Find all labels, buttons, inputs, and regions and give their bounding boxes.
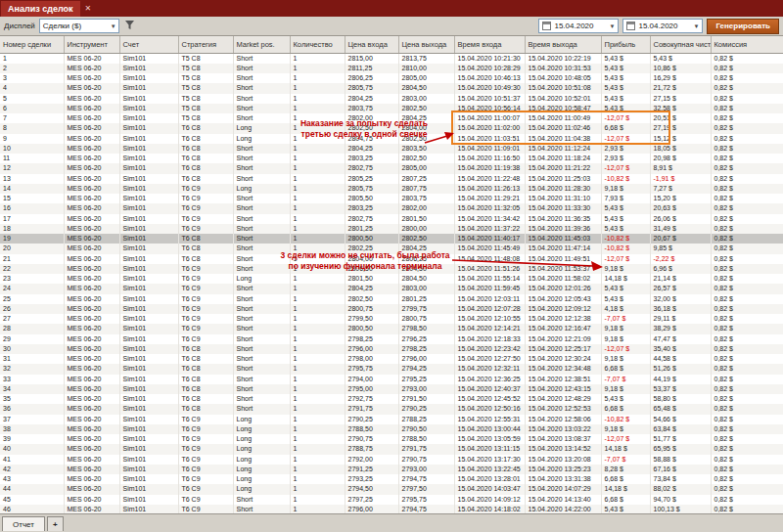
date-from-picker[interactable]: 15.04.2020 ▼ xyxy=(538,19,619,33)
table-row[interactable]: 45MES 06-20Sim101T6 C9Short12797,252795,… xyxy=(0,495,783,505)
table-row[interactable]: 16MES 06-20Sim101T6 C9Short12803,252802,… xyxy=(0,203,783,213)
cell: Short xyxy=(233,203,290,213)
table-row[interactable]: 10MES 06-20Sim101T6 C8Short12804,252803,… xyxy=(0,144,783,154)
cell: 15.04.2020 10:52:01 xyxy=(525,94,601,104)
column-header[interactable]: Стратегия xyxy=(178,36,233,53)
column-header[interactable]: Цена выхода xyxy=(398,36,454,53)
column-header[interactable]: Время входа xyxy=(454,36,525,53)
cell: 15.04.2020 11:18:24 xyxy=(525,154,601,163)
table-row[interactable]: 44MES 06-20Sim101T6 C9Long12794,502797,5… xyxy=(0,484,783,494)
table-row[interactable]: 38MES 06-20Sim101T6 C9Long12788,502790,5… xyxy=(0,424,783,434)
cell: 6,68 $ xyxy=(601,404,650,414)
table-row[interactable]: 33MES 06-20Sim101T6 C8Short12794,002795,… xyxy=(0,375,783,384)
cell: 15.04.2020 11:02:46 xyxy=(525,123,601,133)
table-row[interactable]: 13MES 06-20Sim101T6 C8Short12805,252807,… xyxy=(0,174,783,184)
table-row[interactable]: 41MES 06-20Sim101T6 C9Long12792,002790,7… xyxy=(0,455,783,465)
table-row[interactable]: 8MES 06-20Sim101T6 C8Long12802,502804,00… xyxy=(0,123,783,133)
table-row[interactable]: 28MES 06-20Sim101T6 C9Short12800,502798,… xyxy=(0,324,783,333)
cell: 11 xyxy=(0,154,64,163)
close-icon[interactable]: ✕ xyxy=(80,0,97,17)
cell: -2,22 $ xyxy=(650,254,711,264)
column-header[interactable]: Market pos. xyxy=(233,36,290,53)
table-row[interactable]: 30MES 06-20Sim101T6 C8Short12796,002798,… xyxy=(0,344,783,354)
table-row[interactable]: 14MES 06-20Sim101T6 C9Long12805,752807,7… xyxy=(0,184,783,194)
column-header[interactable]: Совокупная чист... xyxy=(650,36,711,53)
table-row[interactable]: 37MES 06-20Sim101T6 C9Long12790,252788,2… xyxy=(0,415,783,424)
cell: 32,00 $ xyxy=(650,294,711,304)
table-row[interactable]: 46MES 06-20Sim101T6 C9Short12796,002794,… xyxy=(0,505,783,513)
table-row[interactable]: 17MES 06-20Sim101T6 C9Short12802,752801,… xyxy=(0,214,783,224)
table-row[interactable]: 4MES 06-20Sim101T5 C8Short12805,752804,5… xyxy=(0,83,783,93)
cell: 0,82 $ xyxy=(711,444,783,454)
date-to-picker[interactable]: 15.04.2020 ▼ xyxy=(622,19,703,33)
table-row[interactable]: 5MES 06-20Sim101T5 C8Short12804,252803,0… xyxy=(0,94,783,104)
table-row[interactable]: 25MES 06-20Sim101T6 C9Short12802,502801,… xyxy=(0,294,783,304)
table-row[interactable]: 34MES 06-20Sim101T6 C8Short12795,002793,… xyxy=(0,384,783,394)
cell: Sim101 xyxy=(119,434,178,444)
table-row[interactable]: 12MES 06-20Sim101T6 C8Short12802,752805,… xyxy=(0,163,783,173)
table-row[interactable]: 22MES 06-20Sim101T6 C9Short12806,502804,… xyxy=(0,264,783,274)
cell: 0,82 $ xyxy=(711,274,783,284)
table-row[interactable]: 40MES 06-20Sim101T6 C9Long12788,752791,7… xyxy=(0,444,783,454)
table-row[interactable]: 26MES 06-20Sim101T6 C9Short12800,752799,… xyxy=(0,304,783,314)
column-header[interactable]: Счет xyxy=(119,36,178,53)
cell: 29,11 $ xyxy=(650,314,711,324)
cell: 9,18 $ xyxy=(601,264,650,274)
column-header[interactable]: Прибыль xyxy=(601,36,650,53)
generate-button[interactable]: Генерировать xyxy=(707,19,779,34)
column-header[interactable]: Инструмент xyxy=(64,36,119,53)
cell: Sim101 xyxy=(119,264,178,274)
column-header[interactable]: Цена входа xyxy=(345,36,398,53)
table-row[interactable]: 6MES 06-20Sim101T5 C8Short12803,752802,5… xyxy=(0,104,783,113)
table-row[interactable]: 27MES 06-20Sim101T6 C9Short12799,502800,… xyxy=(0,314,783,324)
window-tab[interactable]: Анализ сделок xyxy=(1,1,80,17)
cell: 2802,00 xyxy=(398,203,454,213)
table-row[interactable]: 15MES 06-20Sim101T6 C9Short12805,502803,… xyxy=(0,194,783,203)
table-row[interactable]: 2MES 06-20Sim101T5 C8Short12811,252810,0… xyxy=(0,64,783,73)
table-row[interactable]: 20MES 06-20Sim101T6 C8Short12802,252804,… xyxy=(0,244,783,253)
table-row[interactable]: 31MES 06-20Sim101T6 C8Short12798,002796,… xyxy=(0,354,783,364)
table-row[interactable]: 3MES 06-20Sim101T5 C8Short12806,252805,0… xyxy=(0,73,783,83)
table-row[interactable]: 7MES 06-20Sim101T5 C8Short12802,002804,2… xyxy=(0,113,783,123)
cell: 0,82 $ xyxy=(711,484,783,494)
cell: 15.04.2020 12:10:55 xyxy=(454,314,525,324)
cell: 5,43 $ xyxy=(601,73,650,83)
table-row[interactable]: 11MES 06-20Sim101T6 C8Short12803,252802,… xyxy=(0,154,783,163)
column-header[interactable]: Количество xyxy=(290,36,345,53)
table-row[interactable]: 18MES 06-20Sim101T6 C9Short12801,252800,… xyxy=(0,224,783,234)
cell: 15.04.2020 12:38:51 xyxy=(525,375,601,384)
filter-icon[interactable] xyxy=(125,21,134,31)
table-row[interactable]: 43MES 06-20Sim101T6 C9Long12793,252794,7… xyxy=(0,474,783,484)
column-header[interactable]: Номер сделки xyxy=(0,36,64,53)
table-row[interactable]: 23MES 06-20Sim101T6 C9Long12801,502804,5… xyxy=(0,274,783,284)
cell: T6 C8 xyxy=(178,234,233,244)
cell: 2,93 $ xyxy=(601,144,650,154)
cell: 20,67 $ xyxy=(650,234,711,244)
table-row[interactable]: 36MES 06-20Sim101T6 C8Short12791,752790,… xyxy=(0,404,783,414)
table-row[interactable]: 39MES 06-20Sim101T6 C9Long12790,752788,5… xyxy=(0,434,783,444)
tab-report[interactable]: Отчет xyxy=(2,516,45,531)
table-row[interactable]: 32MES 06-20Sim101T6 C8Short12795,752794,… xyxy=(0,364,783,374)
cell: Short xyxy=(233,324,290,333)
cell: Long xyxy=(233,123,290,133)
table-row[interactable]: 21MES 06-20Sim101T6 C8Short12804,002806,… xyxy=(0,254,783,264)
table-row[interactable]: 19MES 06-20Sim101T6 C8Short12800,502802,… xyxy=(0,234,783,244)
cell: 6,68 $ xyxy=(601,474,650,484)
display-select[interactable]: Сделки ($) ▼ xyxy=(39,19,119,33)
cell: 5 xyxy=(0,94,64,104)
cell: MES 06-20 xyxy=(64,304,119,314)
cell: 0,82 $ xyxy=(711,304,783,314)
table-row[interactable]: 1MES 06-20Sim101T5 C8Short12815,002813,7… xyxy=(0,53,783,64)
table-row[interactable]: 35MES 06-20Sim101T6 C8Short12792,752791,… xyxy=(0,394,783,404)
column-header[interactable]: Комиссия xyxy=(711,36,783,53)
cell: T6 C8 xyxy=(178,375,233,384)
table-row[interactable]: 24MES 06-20Sim101T6 C9Short12804,252803,… xyxy=(0,284,783,293)
chevron-down-icon: ▼ xyxy=(694,23,700,29)
cell: 2791,75 xyxy=(398,444,454,454)
table-row[interactable]: 42MES 06-20Sim101T6 C9Long12791,252793,0… xyxy=(0,465,783,474)
table-row[interactable]: 9MES 06-20Sim101T6 C8Long12804,752802,50… xyxy=(0,134,783,144)
column-header[interactable]: Время выхода xyxy=(525,36,601,53)
table-row[interactable]: 29MES 06-20Sim101T6 C9Short12798,252796,… xyxy=(0,334,783,344)
add-tab-button[interactable]: + xyxy=(47,516,64,531)
cell: 15.04.2020 11:47:14 xyxy=(525,244,601,253)
